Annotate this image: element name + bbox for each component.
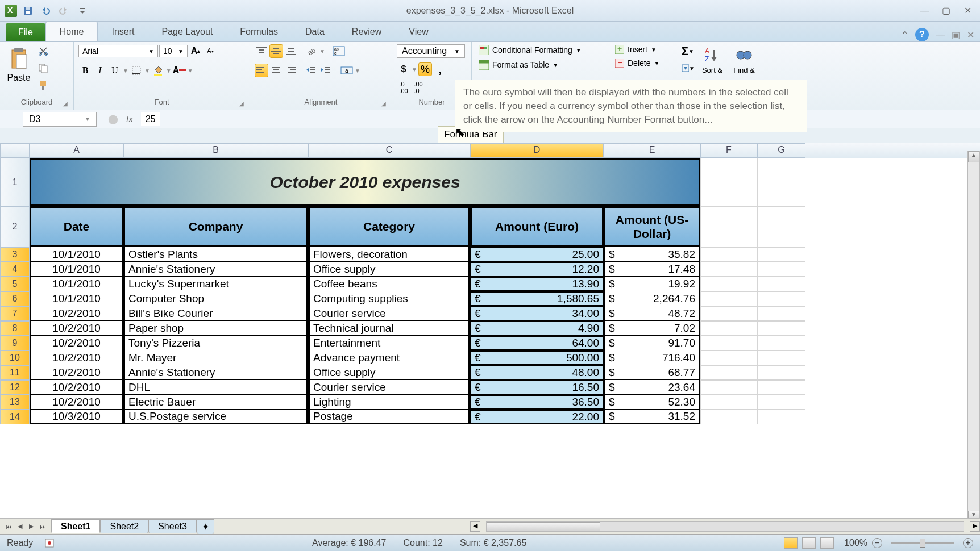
copy-button[interactable] <box>36 61 50 75</box>
cell-usd[interactable]: $48.72 <box>604 306 700 321</box>
tab-formulas[interactable]: Formulas <box>226 22 292 41</box>
row-header-5[interactable]: 5 <box>0 277 30 291</box>
align-right-button[interactable] <box>284 64 298 77</box>
row-header-4[interactable]: 4 <box>0 262 30 277</box>
page-break-view-button[interactable] <box>820 537 834 549</box>
number-format-select[interactable]: Accounting▼ <box>397 44 465 58</box>
delete-cells-button[interactable]: −Delete ▼ <box>613 58 662 68</box>
col-header-B[interactable]: B <box>123 143 308 158</box>
help-button[interactable]: ? <box>915 28 929 41</box>
undo-button[interactable] <box>39 3 53 18</box>
increase-indent-button[interactable] <box>319 64 333 77</box>
excel-app-icon[interactable] <box>5 5 17 17</box>
horizontal-scrollbar[interactable] <box>486 521 964 532</box>
sheet-tab-1[interactable]: Sheet1 <box>51 519 100 533</box>
table-header[interactable]: Amount (US-Dollar) <box>604 206 700 247</box>
cell-usd[interactable]: $716.40 <box>604 350 700 365</box>
fill-button[interactable]: ▼ <box>681 61 695 75</box>
cell-euro[interactable]: €16.50 <box>470 380 604 395</box>
cell-euro[interactable]: €12.20 <box>470 262 604 277</box>
cell-usd[interactable]: $52.30 <box>604 395 700 410</box>
cell[interactable]: Ostler's Plants <box>123 247 308 262</box>
cell-usd[interactable]: $2,264.76 <box>604 291 700 306</box>
cell[interactable]: Computing supplies <box>308 291 470 306</box>
col-header-D[interactable]: D <box>470 143 604 158</box>
align-left-button[interactable] <box>255 64 268 77</box>
minimize-ribbon-button[interactable]: ⌃ <box>901 30 908 40</box>
prev-sheet-button[interactable]: ◀ <box>15 521 25 532</box>
tab-data[interactable]: Data <box>292 22 338 41</box>
cell-euro[interactable]: €48.00 <box>470 365 604 380</box>
alignment-dialog-launcher[interactable]: ◢ <box>381 101 389 108</box>
zoom-in-button[interactable]: + <box>963 538 973 548</box>
cell-usd[interactable]: $19.92 <box>604 277 700 291</box>
percent-format-button[interactable]: % <box>418 62 432 76</box>
normal-view-button[interactable] <box>784 537 798 549</box>
cell-euro[interactable]: €1,580.65 <box>470 291 604 306</box>
tab-home[interactable]: Home <box>45 22 98 41</box>
row-header-10[interactable]: 10 <box>0 350 30 365</box>
table-header[interactable]: Category <box>308 206 470 247</box>
cell-usd[interactable]: $23.64 <box>604 380 700 395</box>
cell[interactable]: Office supply <box>308 262 470 277</box>
qat-customize-button[interactable] <box>75 3 90 18</box>
zoom-level[interactable]: 100% <box>844 538 867 548</box>
decrease-decimal-button[interactable]: .00.0 <box>412 81 425 94</box>
cell[interactable]: Annie's Stationery <box>123 365 308 380</box>
align-top-button[interactable] <box>255 44 268 58</box>
worksheet-grid[interactable]: ABCDEFG 1234567891011121314 October 2010… <box>0 143 980 424</box>
col-header-A[interactable]: A <box>30 143 123 158</box>
orientation-button[interactable]: ab <box>305 44 318 58</box>
align-middle-button[interactable] <box>269 44 283 58</box>
wrap-text-button[interactable]: abc <box>332 44 346 58</box>
cell[interactable]: 10/2/2010 <box>30 306 123 321</box>
hscroll-left-button[interactable]: ◀ <box>470 521 480 532</box>
cell-usd[interactable]: $7.02 <box>604 321 700 336</box>
col-header-C[interactable]: C <box>308 143 470 158</box>
insert-cells-button[interactable]: +Insert ▼ <box>613 44 662 55</box>
vertical-scrollbar[interactable]: ▲ ▼ <box>967 151 980 523</box>
doc-minimize-button[interactable]: — <box>936 30 945 40</box>
paste-button[interactable]: Paste <box>5 44 33 85</box>
cell[interactable]: Postage <box>308 410 470 424</box>
font-name-select[interactable]: Arial▼ <box>78 45 158 57</box>
conditional-formatting-button[interactable]: Conditional Formatting ▼ <box>476 44 584 56</box>
cancel-formula-icon[interactable]: ⬤ <box>108 114 118 124</box>
table-header[interactable]: Date <box>30 206 123 247</box>
table-header[interactable]: Company <box>123 206 308 247</box>
doc-restore-button[interactable]: ▣ <box>952 30 960 40</box>
file-tab[interactable]: File <box>6 23 45 41</box>
underline-button[interactable]: U <box>108 64 122 77</box>
sheet-title-cell[interactable]: October 2010 expenses <box>30 158 700 206</box>
autosum-button[interactable]: Σ ▼ <box>681 44 695 58</box>
fill-color-button[interactable] <box>151 64 165 77</box>
font-dialog-launcher[interactable]: ◢ <box>239 101 247 108</box>
cell[interactable]: DHL <box>123 380 308 395</box>
cell[interactable]: Mr. Mayer <box>123 350 308 365</box>
font-color-button[interactable]: A <box>173 64 186 77</box>
zoom-out-button[interactable]: − <box>872 538 882 548</box>
cell-euro[interactable]: €36.50 <box>470 395 604 410</box>
col-header-G[interactable]: G <box>757 143 805 158</box>
cell[interactable]: U.S.Postage service <box>123 410 308 424</box>
cell[interactable]: Paper shop <box>123 321 308 336</box>
cell[interactable]: Annie's Stationery <box>123 262 308 277</box>
cell-euro[interactable]: €64.00 <box>470 336 604 350</box>
tab-insert[interactable]: Insert <box>98 22 148 41</box>
table-header[interactable]: Amount (Euro) <box>470 206 604 247</box>
decrease-indent-button[interactable] <box>305 64 318 77</box>
close-button[interactable]: ✕ <box>961 5 974 16</box>
cell[interactable]: 10/2/2010 <box>30 336 123 350</box>
name-box[interactable]: D3▼ <box>23 112 97 127</box>
bold-button[interactable]: B <box>78 64 92 77</box>
cell[interactable]: 10/1/2010 <box>30 277 123 291</box>
cell-euro[interactable]: €4.90 <box>470 321 604 336</box>
row-header-12[interactable]: 12 <box>0 380 30 395</box>
macro-record-button[interactable] <box>44 538 55 548</box>
col-header-E[interactable]: E <box>604 143 700 158</box>
align-center-button[interactable] <box>269 64 283 77</box>
cell-usd[interactable]: $17.48 <box>604 262 700 277</box>
page-layout-view-button[interactable] <box>802 537 816 549</box>
row-header-11[interactable]: 11 <box>0 365 30 380</box>
cell[interactable]: Technical journal <box>308 321 470 336</box>
